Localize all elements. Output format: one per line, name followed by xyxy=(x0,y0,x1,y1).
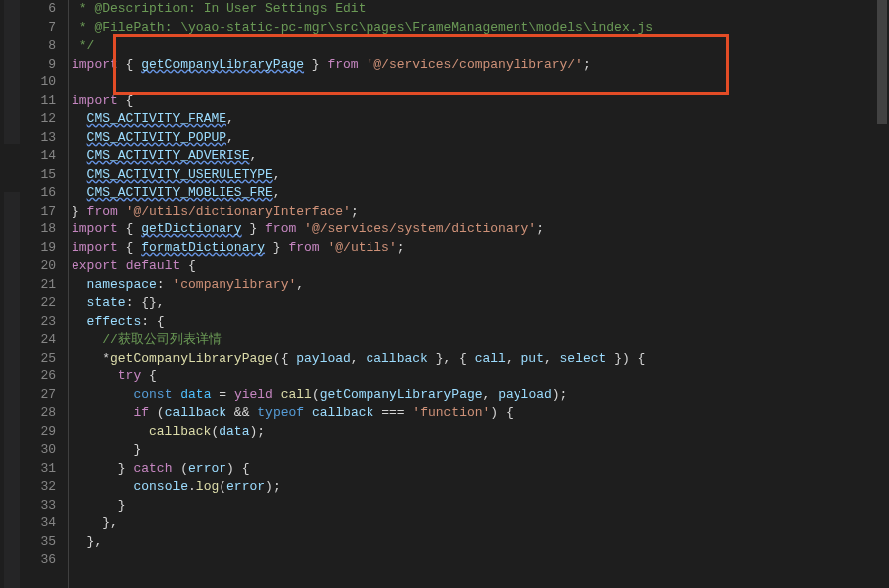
line-number: 32 xyxy=(20,478,56,497)
code-token: * xyxy=(72,20,94,35)
code-line[interactable] xyxy=(72,74,889,92)
line-number: 6 xyxy=(20,0,56,19)
code-line[interactable]: //获取公司列表详情 xyxy=(72,331,889,350)
code-token: console xyxy=(133,479,188,494)
code-token: { xyxy=(118,93,134,108)
code-token: CMS_ACTIVITY_USERULETYPE xyxy=(87,167,273,182)
code-line[interactable]: const data = yield call(getCompanyLibrar… xyxy=(72,386,889,405)
line-number: 18 xyxy=(20,220,56,239)
code-editor: 6789101112131415161718192021222324252627… xyxy=(0,0,889,588)
code-token: state xyxy=(87,295,126,310)
code-token xyxy=(72,185,87,200)
code-token xyxy=(72,405,133,420)
code-line[interactable]: *getCompanyLibraryPage({ payload, callba… xyxy=(72,350,889,368)
code-token: default xyxy=(126,258,181,273)
code-token: namespace xyxy=(87,277,157,292)
line-number: 31 xyxy=(20,460,56,479)
line-number: 12 xyxy=(20,110,56,129)
code-line[interactable]: }, xyxy=(72,514,889,533)
code-line[interactable] xyxy=(72,551,889,570)
code-token: ; xyxy=(351,204,359,219)
code-token: ( xyxy=(172,461,188,476)
line-number: 15 xyxy=(20,166,56,185)
code-token: ; xyxy=(536,221,544,236)
code-token: callback xyxy=(165,405,226,420)
code-line[interactable]: CMS_ACTIVITY_USERULETYPE, xyxy=(72,166,889,185)
code-token: ( xyxy=(312,387,320,402)
line-number: 14 xyxy=(20,147,56,166)
code-token: && xyxy=(226,405,257,420)
code-token: '@/services/companylibrary/' xyxy=(366,57,582,72)
code-token: data xyxy=(180,387,211,402)
code-token: //获取公司列表详情 xyxy=(102,332,222,347)
line-number: 34 xyxy=(20,514,56,533)
code-line[interactable]: */ xyxy=(72,37,889,56)
code-line[interactable]: namespace: 'companylibrary', xyxy=(72,276,889,295)
code-token xyxy=(118,258,126,273)
code-line[interactable]: }, xyxy=(72,533,889,552)
code-token: } xyxy=(265,240,288,255)
code-token: ) { xyxy=(226,461,249,476)
code-line[interactable]: CMS_ACTIVITY_POPUP, xyxy=(72,129,889,148)
code-token: import xyxy=(72,93,118,108)
code-line[interactable]: CMS_ACTIVITY_ADVERISE, xyxy=(72,147,889,166)
code-token: try xyxy=(118,368,141,383)
code-token: 'function' xyxy=(412,405,490,420)
line-number: 26 xyxy=(20,368,56,386)
code-token: ); xyxy=(552,387,568,402)
code-token: { xyxy=(141,368,157,383)
line-number: 27 xyxy=(20,386,56,405)
code-token: payload xyxy=(296,351,351,366)
code-line[interactable]: state: {}, xyxy=(72,294,889,313)
code-line[interactable]: } catch (error) { xyxy=(72,460,889,479)
line-number: 23 xyxy=(20,313,56,332)
code-line[interactable]: import { formatDictionary } from '@/util… xyxy=(72,239,889,258)
code-token: , xyxy=(544,351,560,366)
code-token: ); xyxy=(249,424,265,439)
code-token xyxy=(72,148,87,163)
scrollbar-thumb[interactable] xyxy=(877,0,887,124)
line-number: 36 xyxy=(20,551,56,570)
line-number: 35 xyxy=(20,533,56,552)
code-token: , xyxy=(296,277,304,292)
code-token: @Description xyxy=(94,1,188,16)
activity-bar[interactable] xyxy=(4,0,20,588)
code-token: payload xyxy=(498,387,552,402)
code-area[interactable]: * @Description: In User Settings Edit * … xyxy=(68,0,889,588)
code-token: } xyxy=(72,498,126,513)
code-line[interactable]: import { getDictionary } from '@/service… xyxy=(72,220,889,239)
code-line[interactable]: export default { xyxy=(72,257,889,276)
code-token xyxy=(72,424,149,439)
code-line[interactable]: callback(data); xyxy=(72,423,889,442)
line-number: 8 xyxy=(20,37,56,56)
vertical-scrollbar[interactable] xyxy=(875,0,889,588)
code-token: { xyxy=(180,258,196,273)
code-token xyxy=(296,221,304,236)
code-token: : xyxy=(157,277,173,292)
code-line[interactable]: import { xyxy=(72,92,889,111)
code-token: callback xyxy=(149,424,211,439)
code-line[interactable]: } xyxy=(72,497,889,515)
code-token: '@/services/system/dictionary' xyxy=(304,221,536,236)
code-line[interactable]: if (callback && typeof callback === 'fun… xyxy=(72,404,889,423)
code-line[interactable]: * @FilePath: \yoao-static-pc-mgr\src\pag… xyxy=(72,19,889,38)
code-line[interactable]: } xyxy=(72,441,889,460)
code-line[interactable]: CMS_ACTIVITY_MOBLIES_FRE, xyxy=(72,184,889,203)
line-number: 29 xyxy=(20,423,56,442)
code-line[interactable]: import { getCompanyLibraryPage } from '@… xyxy=(72,56,889,74)
code-token xyxy=(72,277,87,292)
code-token: CMS_ACTIVITY_MOBLIES_FRE xyxy=(87,185,273,200)
code-line[interactable]: CMS_ACTIVITY_FRAME, xyxy=(72,110,889,129)
code-line[interactable]: * @Description: In User Settings Edit xyxy=(72,0,889,19)
code-token: : In User Settings Edit xyxy=(188,1,366,16)
code-token: { xyxy=(118,221,141,236)
code-line[interactable]: try { xyxy=(72,368,889,386)
code-line[interactable]: effects: { xyxy=(72,313,889,332)
code-token: call xyxy=(475,351,506,366)
line-number-gutter[interactable]: 6789101112131415161718192021222324252627… xyxy=(20,0,68,588)
code-token: log xyxy=(196,479,219,494)
code-token: yield xyxy=(234,387,273,402)
line-number: 17 xyxy=(20,203,56,221)
code-line[interactable]: console.log(error); xyxy=(72,478,889,497)
code-line[interactable]: } from '@/utils/dictionaryInterface'; xyxy=(72,203,889,221)
